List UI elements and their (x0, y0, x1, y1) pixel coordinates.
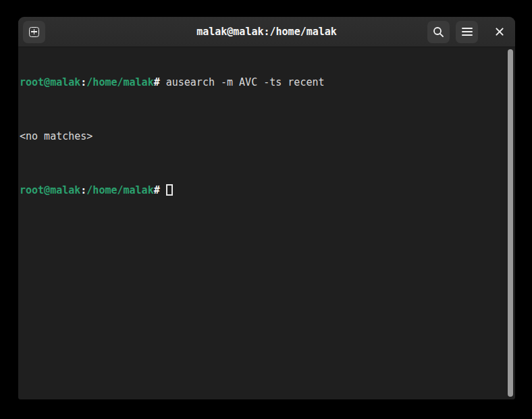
prompt-user-host: root@malak (20, 76, 80, 88)
prompt-symbol: # (154, 76, 160, 88)
prompt-colon: : (80, 76, 86, 88)
terminal-window: malak@malak:/home/malak root@malak:/home… (18, 17, 515, 399)
terminal-line-output: <no matches> (20, 130, 515, 143)
close-button[interactable] (488, 21, 510, 43)
terminal-output-area[interactable]: root@malak:/home/malak#ausearch -m AVC -… (18, 47, 515, 399)
header-bar[interactable]: malak@malak:/home/malak (18, 17, 515, 47)
new-tab-icon (29, 27, 39, 37)
terminal-line-prompt: root@malak:/home/malak# (20, 184, 515, 197)
prompt-path: /home/malak (86, 184, 153, 196)
output-text: <no matches> (20, 130, 92, 142)
header-actions (427, 21, 510, 43)
close-icon (495, 27, 504, 36)
terminal-cursor (166, 184, 173, 196)
terminal-line-command: root@malak:/home/malak#ausearch -m AVC -… (20, 76, 515, 89)
search-icon (433, 26, 444, 38)
prompt-colon: : (80, 184, 86, 196)
hamburger-menu-icon (462, 28, 473, 36)
prompt-user-host: root@malak (20, 184, 80, 196)
window-title: malak@malak:/home/malak (196, 26, 337, 38)
search-button[interactable] (427, 21, 450, 43)
scrollbar-thumb[interactable] (508, 49, 513, 397)
prompt-path: /home/malak (86, 76, 153, 88)
command-text: ausearch -m AVC -ts recent (166, 76, 325, 88)
prompt-symbol: # (154, 184, 160, 196)
new-tab-button[interactable] (23, 21, 45, 43)
menu-button[interactable] (456, 21, 478, 43)
